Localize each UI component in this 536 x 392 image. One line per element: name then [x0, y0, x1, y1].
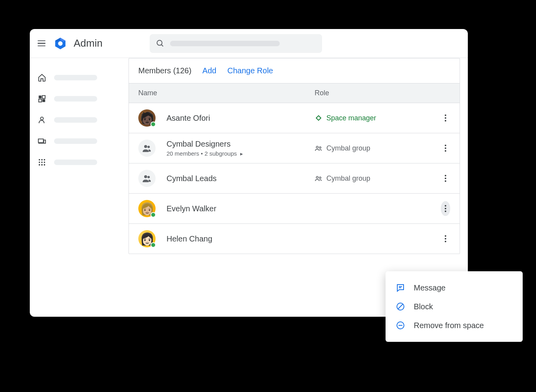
- apps-icon: [38, 158, 46, 167]
- svg-point-3: [58, 41, 62, 45]
- column-name-header: Name: [138, 89, 315, 97]
- avatar: [138, 170, 156, 187]
- search-placeholder: [170, 41, 280, 46]
- more-button[interactable]: [441, 201, 450, 216]
- svg-point-29: [147, 176, 150, 178]
- panel-title: Members (126): [138, 66, 192, 75]
- role-cell: Space manager: [315, 114, 441, 122]
- svg-point-4: [157, 40, 162, 45]
- member-name: Evelyn Walker: [167, 204, 315, 213]
- table-row[interactable]: 👩🏼 Evelyn Walker: [129, 194, 460, 224]
- svg-point-15: [41, 159, 43, 161]
- svg-point-18: [41, 162, 43, 163]
- avatar: [138, 140, 156, 157]
- presence-indicator: [150, 242, 156, 248]
- devices-icon: [38, 137, 46, 145]
- block-icon: [396, 302, 405, 311]
- svg-rect-8: [39, 99, 42, 102]
- person-icon: [38, 116, 46, 124]
- table-row[interactable]: Cymbal Leads Cymbal group: [129, 163, 460, 194]
- sidebar-item-devices[interactable]: [38, 133, 121, 149]
- svg-point-30: [316, 176, 318, 178]
- svg-point-31: [319, 177, 321, 178]
- column-header-row: Name Role: [129, 83, 460, 103]
- group-icon: [315, 144, 322, 152]
- member-sub-info: 20 members • 2 subgroups▸: [167, 150, 315, 157]
- panel-header: Members (126) Add Change Role: [129, 58, 460, 83]
- svg-rect-23: [316, 116, 321, 120]
- remove-icon: [396, 321, 405, 330]
- role-cell: Cymbal group: [315, 174, 441, 183]
- admin-logo-icon: [53, 36, 67, 51]
- table-row[interactable]: 🧑🏿 Asante Ofori Space manager: [129, 103, 460, 133]
- svg-rect-6: [39, 96, 42, 98]
- avatar: 👩🏻: [138, 230, 156, 247]
- svg-point-24: [144, 145, 147, 148]
- table-row[interactable]: Cymbal Designers 20 members • 2 subgroup…: [129, 133, 460, 163]
- member-name: Asante Ofori: [167, 114, 315, 123]
- group-icon: [142, 143, 152, 153]
- svg-point-25: [147, 146, 150, 148]
- svg-point-14: [39, 159, 40, 161]
- menu-item-message[interactable]: Message: [386, 278, 523, 297]
- svg-rect-9: [42, 99, 45, 102]
- member-name: Cymbal Designers: [167, 140, 315, 149]
- header: Admin: [30, 29, 468, 58]
- sidebar: [30, 58, 129, 317]
- diamond-icon: [315, 114, 322, 122]
- sidebar-item-apps[interactable]: [38, 154, 121, 170]
- svg-point-16: [44, 159, 45, 161]
- group-icon: [142, 173, 152, 183]
- member-name: Cymbal Leads: [167, 174, 315, 183]
- more-button[interactable]: [441, 231, 450, 246]
- context-menu: Message Block Remove from space: [386, 271, 523, 342]
- svg-point-17: [39, 162, 40, 163]
- sidebar-item-users[interactable]: [38, 112, 121, 128]
- main-content: Members (126) Add Change Role Name Role …: [129, 58, 468, 317]
- svg-point-10: [40, 117, 43, 120]
- group-icon: [315, 174, 322, 182]
- search-icon: [156, 39, 165, 48]
- menu-label: Block: [414, 302, 433, 311]
- add-button[interactable]: Add: [203, 66, 217, 75]
- admin-window: Admin: [30, 29, 468, 317]
- menu-item-remove[interactable]: Remove from space: [386, 316, 523, 335]
- sidebar-item-home[interactable]: [38, 70, 121, 85]
- member-name: Helen Chang: [167, 234, 315, 243]
- svg-rect-7: [42, 96, 45, 98]
- svg-rect-12: [44, 140, 46, 143]
- sidebar-item-dashboard[interactable]: [38, 91, 121, 107]
- more-button[interactable]: [441, 141, 450, 156]
- chevron-right-icon: ▸: [240, 151, 243, 157]
- menu-icon[interactable]: [38, 39, 47, 48]
- column-role-header: Role: [315, 89, 329, 97]
- menu-label: Remove from space: [414, 321, 484, 330]
- menu-item-block[interactable]: Block: [386, 297, 523, 316]
- more-button[interactable]: [441, 171, 450, 186]
- presence-indicator: [150, 212, 156, 218]
- presence-indicator: [150, 122, 156, 127]
- menu-label: Message: [414, 283, 445, 292]
- svg-point-21: [41, 164, 43, 166]
- svg-point-20: [39, 164, 40, 166]
- more-button[interactable]: [441, 111, 450, 125]
- svg-point-19: [44, 162, 45, 163]
- table-row[interactable]: 👩🏻 Helen Chang: [129, 224, 460, 254]
- avatar: 🧑🏿: [138, 109, 156, 127]
- svg-point-28: [144, 175, 147, 178]
- dashboard-icon: [38, 94, 46, 103]
- home-icon: [38, 73, 46, 82]
- svg-point-22: [44, 164, 45, 166]
- svg-point-26: [316, 146, 318, 148]
- svg-point-27: [319, 147, 321, 148]
- svg-line-5: [161, 44, 163, 46]
- svg-line-35: [398, 304, 403, 309]
- app-title: Admin: [74, 37, 103, 49]
- role-cell: Cymbal group: [315, 144, 441, 152]
- message-icon: [396, 283, 405, 292]
- svg-rect-11: [38, 139, 43, 143]
- members-panel: Members (126) Add Change Role Name Role …: [129, 58, 460, 254]
- change-role-button[interactable]: Change Role: [227, 66, 273, 75]
- search-input[interactable]: [150, 34, 322, 53]
- avatar: 👩🏼: [138, 200, 156, 217]
